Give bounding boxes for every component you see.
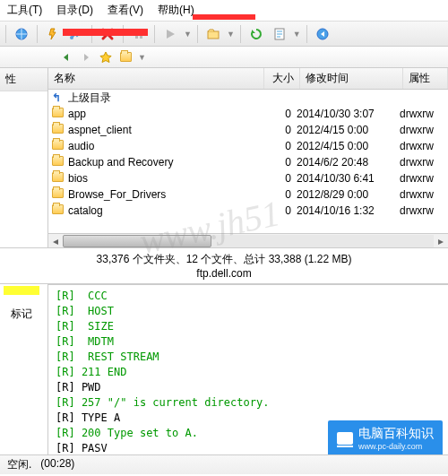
sub-toolbar: ▼	[0, 47, 448, 68]
table-row[interactable]: audio02012/4/15 0:00drwxrw	[48, 138, 448, 154]
mark-label: 标记	[0, 299, 47, 329]
file-date: 2012/4/15 0:00	[297, 140, 400, 152]
file-date: 2014/10/30 3:07	[297, 108, 400, 120]
folder-icon	[52, 124, 65, 136]
file-size: 0	[261, 204, 297, 217]
file-date: 2014/10/16 1:32	[297, 204, 400, 217]
dropdown-arrow-icon[interactable]: ▼	[227, 30, 235, 39]
highlight-marker	[63, 29, 148, 36]
document-icon[interactable]	[270, 24, 289, 44]
file-size: 0	[261, 108, 297, 120]
menu-tools[interactable]: 工具(T)	[7, 3, 42, 18]
col-attr[interactable]: 属性	[403, 68, 448, 89]
col-size[interactable]: 大小	[264, 68, 300, 89]
log-line: [R] MDTM	[56, 334, 441, 350]
status-idle: 空闲.	[7, 457, 31, 472]
yellow-marker	[4, 286, 39, 295]
monitor-icon	[337, 432, 353, 445]
toolbar-separator	[240, 25, 241, 43]
dropdown-arrow-icon[interactable]: ▼	[138, 53, 146, 62]
log-line: [R] CCC	[56, 289, 441, 304]
refresh-icon[interactable]	[246, 24, 266, 44]
folder-nav-icon[interactable]	[118, 50, 133, 65]
file-date: 2014/10/30 6:41	[297, 172, 400, 185]
globe-arrow-icon[interactable]	[313, 24, 332, 44]
horizontal-scrollbar[interactable]: ◂ ▸	[48, 233, 448, 247]
up-directory-label: 上级目录	[68, 91, 444, 106]
folder-icon	[52, 204, 65, 217]
back-icon[interactable]	[59, 50, 73, 65]
file-name: catalog	[68, 204, 261, 217]
file-attr: drwxrw	[400, 140, 444, 152]
favorite-icon[interactable]	[99, 50, 113, 65]
file-name: Browse_For_Drivers	[68, 188, 261, 201]
menu-help[interactable]: 帮助(H)	[158, 3, 194, 18]
table-row[interactable]: aspnet_client02012/4/15 0:00drwxrw	[48, 122, 448, 138]
file-name: Backup and Recovery	[68, 156, 261, 169]
file-name: app	[68, 108, 261, 120]
file-date: 2014/6/2 20:48	[297, 156, 400, 169]
dropdown-arrow-icon[interactable]: ▼	[184, 30, 192, 39]
dropdown-arrow-icon[interactable]: ▼	[293, 30, 301, 39]
toolbar-separator	[5, 25, 6, 43]
svg-rect-5	[208, 31, 219, 39]
status-bar: 空闲. (00:28)	[0, 454, 448, 474]
toolbar-separator	[154, 25, 155, 43]
scroll-right-icon[interactable]: ▸	[434, 234, 448, 248]
file-count-summary: 33,376 个文件夹、12 个文件、总计 33,388 (1.22 MB)	[97, 253, 352, 265]
up-directory-row[interactable]: ↰ 上级目录	[48, 90, 448, 106]
table-row[interactable]: app02014/10/30 3:07drwxrw	[48, 106, 448, 122]
scroll-left-icon[interactable]: ◂	[48, 234, 63, 248]
file-size: 0	[261, 156, 297, 169]
brand-url: www.pc-daily.com	[358, 442, 434, 451]
scroll-thumb[interactable]	[63, 235, 211, 247]
file-name: audio	[68, 140, 261, 152]
menu-view[interactable]: 查看(V)	[108, 3, 143, 18]
status-summary: 33,376 个文件夹、12 个文件、总计 33,388 (1.22 MB) f…	[0, 247, 448, 284]
left-panel-header: 性	[0, 68, 47, 91]
play-icon[interactable]	[160, 24, 180, 44]
table-row[interactable]: bios02014/10/30 6:41drwxrw	[48, 170, 448, 186]
file-panel: 名称 大小 修改时间 属性 ↰ 上级目录 app02014/10/30 3:07…	[48, 68, 448, 247]
toolbar-separator	[306, 25, 307, 43]
file-list[interactable]: ↰ 上级目录 app02014/10/30 3:07drwxrwaspnet_c…	[48, 90, 448, 233]
file-attr: drwxrw	[400, 156, 444, 169]
log-line: [R] PWD	[56, 380, 441, 395]
forward-icon[interactable]	[79, 50, 93, 65]
file-attr: drwxrw	[400, 204, 444, 217]
log-line: [R] 211 END	[56, 365, 441, 380]
menu-dir[interactable]: 目录(D)	[56, 3, 93, 18]
toolbar-separator	[37, 25, 38, 43]
file-date: 2012/8/29 0:00	[297, 188, 400, 201]
main-area: 性 名称 大小 修改时间 属性 ↰ 上级目录 app02014/10/30 3:…	[0, 68, 448, 247]
file-attr: drwxrw	[400, 188, 444, 201]
lightning-connect-icon[interactable]	[43, 24, 63, 44]
col-date[interactable]: 修改时间	[300, 68, 403, 89]
folder-icon	[52, 140, 65, 152]
globe-icon[interactable]	[12, 24, 31, 44]
table-row[interactable]: Backup and Recovery02014/6/2 20:48drwxrw	[48, 154, 448, 170]
file-name: aspnet_client	[68, 124, 261, 136]
folder-icon	[52, 188, 65, 201]
brand-title: 电脑百科知识	[358, 426, 434, 440]
status-elapsed: (00:28)	[40, 457, 74, 472]
main-toolbar: ▼ ▼ ▼	[0, 22, 448, 47]
file-attr: drwxrw	[400, 124, 444, 136]
folder-icon	[52, 156, 65, 169]
left-panel: 性	[0, 68, 48, 247]
file-name: bios	[68, 172, 261, 185]
folder-open-icon[interactable]	[203, 24, 223, 44]
folder-icon	[52, 108, 65, 120]
file-attr: drwxrw	[400, 172, 444, 185]
toolbar-separator	[197, 25, 198, 43]
table-row[interactable]: Browse_For_Drivers02012/8/29 0:00drwxrw	[48, 186, 448, 203]
branding-badge: 电脑百科知识 www.pc-daily.com	[328, 420, 443, 456]
file-size: 0	[261, 188, 297, 201]
col-name[interactable]: 名称	[48, 68, 264, 89]
highlight-marker	[193, 14, 255, 20]
scroll-track[interactable]	[63, 235, 434, 247]
svg-point-1	[70, 36, 73, 39]
ftp-host: ftp.dell.com	[0, 267, 448, 280]
table-row[interactable]: catalog02014/10/16 1:32drwxrw	[48, 203, 448, 219]
file-size: 0	[261, 124, 297, 136]
